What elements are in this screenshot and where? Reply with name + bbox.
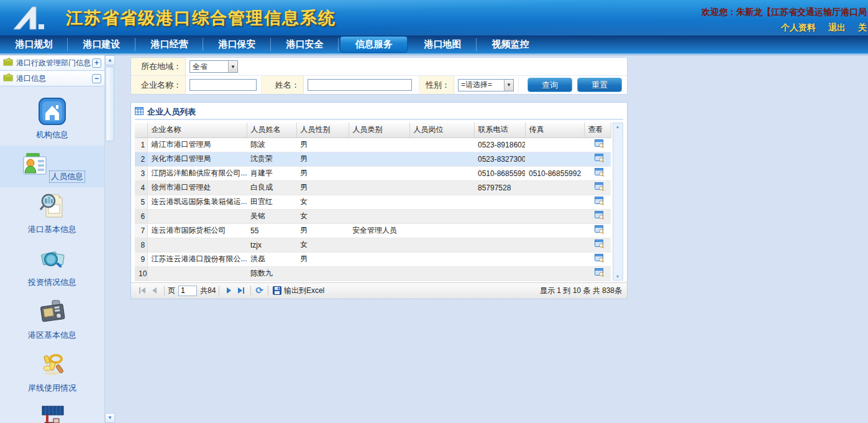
company-label: 企业名称： (131, 76, 186, 94)
cell-view (584, 180, 611, 195)
sidebar-group-1[interactable]: 港口信息− (0, 71, 104, 86)
cell-company (147, 238, 247, 252)
table-row[interactable]: 2兴化市港口管理局沈贵荣男0523-83273007 (135, 152, 611, 166)
cell-post (409, 137, 474, 152)
header-links: 个人资料退出关 (701, 22, 867, 34)
sidebar-item-3[interactable]: 投资情况信息 (0, 240, 104, 293)
col-header-4[interactable]: 人员岗位 (409, 123, 474, 137)
table-row[interactable]: 9江苏连云港港口股份有限公...洪磊男 (135, 252, 611, 266)
view-detail-icon[interactable] (595, 182, 604, 191)
sidebar-item-5[interactable]: 岸线使用情况 (0, 346, 104, 399)
app-root: 江苏省省级港口综合管理信息系统 欢迎您：朱新龙【江苏省交通运输厅港口局 个人资料… (0, 0, 868, 423)
table-row[interactable]: 3江阴远洋船舶供应有限公司...肖建平男0510-868559910510-86… (135, 166, 611, 180)
nav-tab-4[interactable]: 港口安全 (271, 35, 339, 53)
table-row[interactable]: 6吴铭女 (135, 209, 611, 223)
nav-tab-0[interactable]: 港口规划 (0, 35, 68, 53)
cell-name: 陈波 (247, 137, 296, 152)
cell-company (147, 209, 247, 223)
export-excel-button[interactable]: 输出到Excel (273, 286, 324, 296)
collapse-icon[interactable]: − (92, 74, 101, 83)
cell-gender: 男 (296, 166, 349, 180)
cell-phone (474, 252, 525, 266)
nav-tab-3[interactable]: 港口保安 (203, 35, 271, 53)
refresh-icon[interactable]: ⟳ (255, 286, 263, 295)
page-number-input[interactable] (178, 286, 197, 296)
prev-page-icon[interactable] (150, 286, 160, 295)
view-detail-icon[interactable] (595, 239, 604, 248)
cell-rownum: 2 (135, 152, 147, 166)
view-detail-icon[interactable] (595, 197, 604, 205)
port-area-camera-icon (37, 297, 67, 327)
table-row[interactable]: 7连云港市国际货柜公司55男安全管理人员 (135, 223, 611, 238)
cell-category (349, 238, 409, 252)
sidebar-item-2[interactable]: 港口基本信息 (0, 187, 104, 240)
reset-button[interactable]: 重置 (577, 78, 622, 92)
col-header-1[interactable]: 人员姓名 (247, 123, 296, 137)
cell-rownum: 5 (135, 195, 147, 209)
col-header-2[interactable]: 人员性别 (296, 123, 349, 137)
sidebar-item-0[interactable]: 机构信息 (0, 93, 104, 146)
table-row[interactable]: 1靖江市港口管理局陈波男0523-89186021 (135, 137, 611, 152)
view-detail-icon[interactable] (595, 225, 604, 234)
view-detail-icon[interactable] (595, 254, 604, 263)
next-page-icon[interactable] (224, 286, 234, 295)
cell-rownum: 9 (135, 252, 147, 266)
nav-tab-7[interactable]: 视频监控 (477, 35, 544, 53)
folder-icon (3, 73, 13, 83)
cell-fax (525, 209, 584, 223)
region-select[interactable]: 全省 ▼ (190, 60, 238, 73)
chevron-down-icon: ▼ (504, 80, 513, 91)
name-input[interactable] (308, 79, 412, 91)
scroll-up-icon[interactable]: ▲ (616, 124, 620, 129)
cell-rownum: 4 (135, 180, 147, 195)
cell-phone (474, 209, 525, 223)
header-link-2[interactable]: 关 (858, 22, 867, 32)
gender-select[interactable]: =请选择= ▼ (458, 79, 514, 91)
col-header-0[interactable]: 企业名称 (147, 123, 247, 137)
col-header-3[interactable]: 人员类别 (349, 123, 409, 137)
cell-category (349, 195, 409, 209)
table-row[interactable]: 8tzjx女 (135, 238, 611, 252)
cell-phone: 85797528 (474, 180, 525, 195)
view-detail-icon[interactable] (595, 268, 604, 277)
sidebar-item-1[interactable]: 人员信息 (0, 146, 104, 187)
cell-fax (525, 238, 584, 252)
col-header-7[interactable]: 查看 (584, 123, 611, 137)
nav-tab-1[interactable]: 港口建设 (68, 35, 135, 53)
view-detail-icon[interactable] (595, 211, 604, 220)
scroll-down-icon[interactable]: ▼ (105, 413, 115, 423)
col-header-6[interactable]: 传真 (525, 123, 584, 137)
view-detail-icon[interactable] (595, 168, 604, 177)
cell-company: 靖江市港口管理局 (147, 137, 247, 152)
sidebar-group-0[interactable]: 港口行政管理部门信息+ (0, 55, 104, 71)
last-page-icon[interactable] (236, 286, 246, 295)
view-detail-icon[interactable] (595, 139, 604, 148)
sidebar-item-label: 岸线使用情况 (0, 383, 104, 394)
scrollbar-thumb[interactable] (106, 67, 114, 141)
scroll-up-icon[interactable]: ▲ (105, 55, 115, 65)
nav-tab-6[interactable]: 港口地图 (409, 35, 477, 53)
sidebar-item-6[interactable]: 码头信息 (0, 399, 104, 423)
company-input[interactable] (190, 79, 257, 91)
first-page-icon[interactable] (137, 286, 147, 295)
chevron-down-icon: ▼ (228, 61, 237, 72)
cell-name: 吴铭 (247, 209, 296, 223)
nav-tab-2[interactable]: 港口经营 (135, 35, 203, 53)
nav-tab-5[interactable]: 信息服务 (340, 36, 408, 53)
cell-post (409, 223, 474, 238)
welcome-text: 欢迎您：朱新龙【江苏省交通运输厅港口局 (701, 7, 867, 18)
expand-icon[interactable]: + (92, 58, 101, 68)
personnel-card-icon (20, 149, 50, 179)
table-row[interactable]: 4徐州市港口管理处白良成男85797528 (135, 180, 611, 195)
table-row[interactable]: 10陈数九 (135, 266, 611, 281)
sidebar-scrollbar[interactable]: ▲ ▼ (104, 55, 115, 423)
scroll-down-icon[interactable]: ▼ (616, 274, 620, 279)
header-link-0[interactable]: 个人资料 (781, 22, 816, 32)
view-detail-icon[interactable] (595, 154, 604, 162)
col-header-5[interactable]: 联系电话 (474, 123, 525, 137)
search-button[interactable]: 查询 (528, 78, 572, 92)
table-row[interactable]: 5连云港凯远国际集装箱储运...田宜红女 (135, 195, 611, 209)
sidebar-item-4[interactable]: 港区基本信息 (0, 293, 104, 346)
header-link-1[interactable]: 退出 (828, 22, 846, 32)
table-scrollbar[interactable]: ▲ ▼ (613, 123, 623, 281)
